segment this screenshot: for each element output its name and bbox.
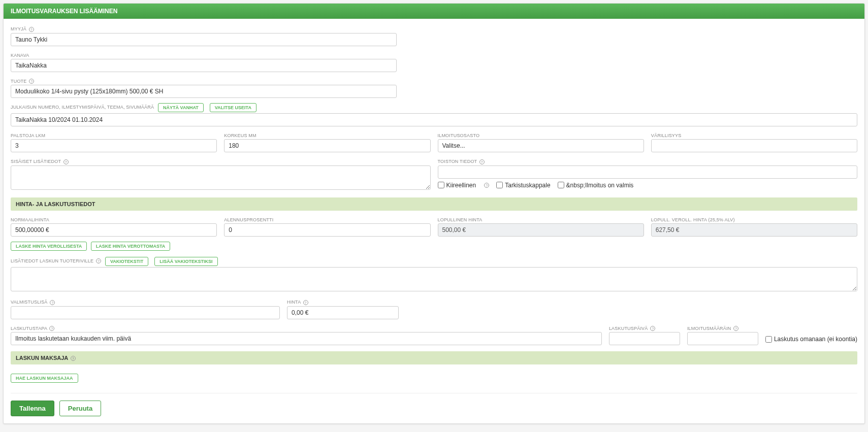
normaalihinta-input[interactable] bbox=[11, 223, 217, 237]
maksaja-section-header: LASKUN MAKSAJA bbox=[11, 351, 857, 364]
lopullinen-input bbox=[438, 223, 644, 237]
palstoja-label: PALSTOJA LKM bbox=[11, 133, 45, 138]
help-icon[interactable] bbox=[96, 258, 101, 263]
laskutustapa-input[interactable] bbox=[11, 332, 602, 345]
palstoja-input[interactable] bbox=[11, 139, 217, 152]
julkaisu-label: JULKAISUN NUMERO, ILMESTYMISPÄIVÄ, TEEMA… bbox=[11, 105, 154, 110]
normaalihinta-label: NORMAALIHINTA bbox=[11, 217, 49, 222]
check-tarkistuskappale[interactable]: Tarkistuskappale bbox=[496, 182, 550, 189]
alennusprosentti-input[interactable] bbox=[224, 223, 430, 237]
check-ilmoitus-valmis[interactable]: &nbsp;Ilmoitus on valmis bbox=[558, 182, 634, 189]
lisatiedot-label: LISÄTIEDOT LASKUN TUOTERIVILLE bbox=[11, 258, 101, 264]
varillisyys-label: VÄRILLISYYS bbox=[651, 133, 682, 138]
varillisyys-input[interactable] bbox=[651, 139, 857, 152]
laskutustapa-label: LASKUTUSTAPA bbox=[11, 326, 54, 331]
ilmoitusmaarain-label: ILMOITUSMÄÄRÄIN bbox=[687, 326, 738, 331]
korkeus-label: KORKEUS MM bbox=[224, 133, 256, 138]
help-icon[interactable] bbox=[29, 79, 34, 84]
help-icon[interactable] bbox=[650, 326, 655, 331]
tuote-label: TUOTE bbox=[11, 79, 34, 84]
myyja-input[interactable] bbox=[11, 33, 397, 46]
vakiotekstit-button[interactable]: VAKIOTEKSTIT bbox=[105, 257, 148, 266]
divider bbox=[11, 393, 857, 393]
hinta-section-header: HINTA- JA LASKUTUSTIEDOT bbox=[11, 197, 857, 211]
nayta-vanhat-button[interactable]: NÄYTÄ VANHAT bbox=[158, 103, 204, 112]
lopull-veroll-label: LOPULL. VEROLL. HINTA (25,5% ALV) bbox=[651, 217, 735, 222]
kanava-input[interactable] bbox=[11, 59, 397, 72]
tallenna-button[interactable]: Tallenna bbox=[11, 401, 54, 416]
hinta-label: HINTA bbox=[287, 300, 308, 305]
alennusprosentti-label: ALENNUSPROSENTTI bbox=[224, 217, 273, 222]
panel-title: ILMOITUSVARAUKSEN LISÄÄMINEN bbox=[4, 4, 864, 19]
toiston-input[interactable] bbox=[438, 165, 858, 179]
check-laskutus-omanaan[interactable]: Laskutus omanaan (ei koontia) bbox=[765, 336, 857, 343]
myyja-label: MYYJÄ bbox=[11, 26, 34, 32]
help-icon[interactable] bbox=[484, 183, 489, 188]
ilmoitus-valmis-checkbox[interactable] bbox=[558, 182, 564, 188]
toiston-label: TOISTON TIEDOT bbox=[438, 159, 485, 164]
ilmoitusosasto-label: ILMOITUSOSASTO bbox=[438, 133, 480, 138]
valitse-useita-button[interactable]: VALITSE USEITA bbox=[210, 103, 256, 112]
laskutuspaiva-input[interactable] bbox=[609, 332, 680, 345]
lopull-veroll-input bbox=[651, 223, 857, 237]
laskutuspaiva-label: LASKUTUSPÄIVÄ bbox=[609, 326, 655, 331]
ilmoitusmaarain-input[interactable] bbox=[687, 332, 758, 345]
sisaiset-label: SISÄISET LISÄTIEDOT bbox=[11, 159, 69, 164]
ilmoitusosasto-select[interactable] bbox=[438, 139, 644, 152]
main-panel: ILMOITUSVARAUKSEN LISÄÄMINEN MYYJÄ KANAV… bbox=[3, 3, 865, 424]
kiireellinen-checkbox[interactable] bbox=[438, 182, 444, 188]
help-icon[interactable] bbox=[50, 300, 55, 305]
lisaa-vakiotekstiksi-button[interactable]: LISÄÄ VAKIOTEKSTIKSI bbox=[154, 257, 217, 266]
sisaiset-textarea[interactable] bbox=[11, 165, 431, 190]
valmistuslisa-input[interactable] bbox=[11, 306, 280, 319]
peruuta-button[interactable]: Peruuta bbox=[59, 401, 101, 416]
help-icon[interactable] bbox=[303, 300, 308, 305]
help-icon[interactable] bbox=[733, 326, 738, 331]
lopullinen-label: LOPULLINEN HINTA bbox=[438, 217, 483, 222]
help-icon[interactable] bbox=[63, 159, 69, 164]
korkeus-input[interactable] bbox=[224, 139, 430, 152]
help-icon[interactable] bbox=[479, 159, 485, 164]
valmistuslisa-label: VALMISTUSLISÄ bbox=[11, 300, 55, 305]
help-icon[interactable] bbox=[29, 27, 34, 32]
hinta-input[interactable] bbox=[287, 306, 399, 319]
laskutus-omanaan-checkbox[interactable] bbox=[765, 336, 772, 343]
help-icon[interactable] bbox=[49, 326, 54, 331]
tarkistuskappale-checkbox[interactable] bbox=[496, 182, 503, 188]
hae-maksajaa-button[interactable]: HAE LASKUN MAKSAJAA bbox=[11, 374, 78, 383]
lisatiedot-textarea[interactable] bbox=[11, 267, 857, 291]
help-icon[interactable] bbox=[71, 356, 76, 361]
check-kiireellinen[interactable]: Kiireellinen bbox=[438, 182, 476, 189]
laske-verollisesta-button[interactable]: LASKE HINTA VEROLLISESTA bbox=[11, 242, 87, 251]
tuote-input[interactable] bbox=[11, 85, 397, 98]
kanava-label: KANAVA bbox=[11, 53, 29, 58]
julkaisu-input[interactable] bbox=[11, 113, 857, 126]
laske-verottomasta-button[interactable]: LASKE HINTA VEROTTOMASTA bbox=[91, 242, 171, 251]
